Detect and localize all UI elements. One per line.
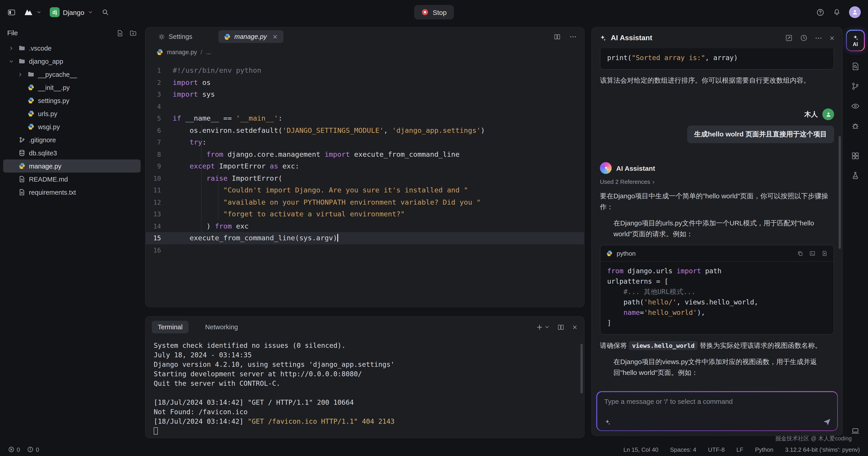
flask-icon[interactable] xyxy=(851,171,860,180)
assistant-message: AI Assistant Used 2 References › 要在Djang… xyxy=(600,162,834,378)
django-project-icon: dj xyxy=(50,7,60,17)
new-chat-icon[interactable] xyxy=(785,34,793,42)
error-count-value: 0 xyxy=(17,446,20,453)
user-message: 木人 生成hello wolrd 页面并且直接用于这个项目 xyxy=(600,108,834,143)
code-text: "available on your PYTHONPATH environmen… xyxy=(173,198,480,206)
new-file-icon[interactable] xyxy=(117,30,123,36)
breadcrumb-file[interactable]: manage.py xyxy=(167,48,197,55)
more-icon[interactable] xyxy=(815,34,822,42)
token: ) xyxy=(173,222,215,230)
tab-settings[interactable]: Settings xyxy=(153,30,198,43)
search-icon[interactable] xyxy=(101,8,109,16)
file-tree-item-settings-py[interactable]: settings.py xyxy=(3,94,141,107)
file-tree-item-requirements-txt[interactable]: requirements.txt xyxy=(3,186,141,199)
bug-icon[interactable] xyxy=(851,122,860,131)
insert-into-editor-icon[interactable] xyxy=(809,250,815,256)
status-item[interactable]: 3.12.2 64-bit ('shims': pyenv) xyxy=(785,446,860,453)
terminal-output[interactable]: System check identified no issues (0 sil… xyxy=(146,337,584,436)
status-item[interactable]: LF xyxy=(737,446,743,453)
close-terminal-icon[interactable] xyxy=(572,324,578,330)
error-count[interactable]: 0 xyxy=(8,446,20,453)
chevron-down-icon xyxy=(8,59,15,64)
token: 'hello_world' xyxy=(644,308,697,317)
person-icon xyxy=(825,111,832,118)
close-tab-icon[interactable] xyxy=(272,34,278,39)
user-avatar[interactable] xyxy=(849,6,861,18)
tab-terminal[interactable]: Terminal xyxy=(152,321,188,333)
copy-icon[interactable] xyxy=(797,250,803,256)
tab-networking[interactable]: Networking xyxy=(199,321,244,333)
text-caret xyxy=(337,234,338,242)
code-editor[interactable]: 1#!/usr/bin/env python2import os3import … xyxy=(146,58,584,256)
user-message-bubble: 生成hello wolrd 页面并且直接用于这个项目 xyxy=(687,126,834,143)
file-tree-item-db-sqlite3[interactable]: db.sqlite3 xyxy=(3,146,141,159)
toggle-left-panel-icon[interactable] xyxy=(7,8,16,17)
token xyxy=(173,174,206,183)
split-editor-icon[interactable] xyxy=(553,33,561,40)
eye-icon[interactable] xyxy=(851,102,860,111)
assistant-text: 在Django项目的views.py文件中添加对应的视图函数，用于生成并返回"h… xyxy=(600,356,834,378)
file-tree-item-pycache[interactable]: __pycache__ xyxy=(3,68,141,81)
notifications-bell-icon[interactable] xyxy=(833,8,841,16)
fleet-menu[interactable] xyxy=(24,8,41,16)
file-tree-item-urls-py[interactable]: urls.py xyxy=(3,107,141,120)
send-button[interactable] xyxy=(822,417,831,426)
git-branch-icon[interactable] xyxy=(851,82,860,91)
close-panel-icon[interactable] xyxy=(829,35,835,41)
code-line: 4 xyxy=(146,100,584,112)
token: "Sorted array is:" xyxy=(631,54,705,62)
breadcrumb-more[interactable]: ... xyxy=(206,48,211,55)
document-search-icon[interactable] xyxy=(851,62,860,71)
file-panel-header: File xyxy=(0,24,144,41)
status-item[interactable]: UTF-8 xyxy=(708,446,725,453)
user-name: 木人 xyxy=(804,110,818,119)
new-terminal-button[interactable] xyxy=(536,324,550,330)
code-line: 13 "forget to activate a virtual environ… xyxy=(146,208,584,220)
python-file-icon xyxy=(27,123,35,130)
line-number: 9 xyxy=(146,163,173,170)
grid-icon[interactable] xyxy=(851,151,860,160)
code-line: 5if __name__ == '__main__': xyxy=(146,112,584,125)
token: #... 其他URL模式... xyxy=(607,288,695,296)
workspace-selector[interactable]: dj Django xyxy=(50,7,93,17)
terminal-scrollbar[interactable] xyxy=(581,344,583,393)
file-tree-item-gitignore[interactable]: .gitignore xyxy=(3,133,141,146)
inline-code-chip: views.hello_world xyxy=(629,341,698,350)
file-tree-item-readme-md[interactable]: README.md xyxy=(3,172,141,186)
line-number: 3 xyxy=(146,91,173,98)
code-line: 3import sys xyxy=(146,89,584,100)
history-icon[interactable] xyxy=(800,34,808,42)
status-item[interactable]: Ln 15, Col 40 xyxy=(623,446,658,453)
token: System check identified no issues (0 sil… xyxy=(154,341,346,350)
chat-input[interactable] xyxy=(604,397,830,405)
file-tree-item-vscode[interactable]: .vscode xyxy=(3,41,141,55)
file-tree-item-manage-py[interactable]: manage.py xyxy=(3,159,141,172)
status-item[interactable]: Spaces: 4 xyxy=(670,446,696,453)
watermark-text: 掘金技术社区 @ 木人爱coding xyxy=(775,435,852,443)
python-file-icon xyxy=(18,163,26,169)
laptop-icon[interactable] xyxy=(851,426,860,435)
file-tree-item-wsgi-py[interactable]: wsgi.py xyxy=(3,120,141,133)
new-folder-icon[interactable] xyxy=(130,30,136,36)
terminal-line xyxy=(154,388,584,398)
code-text: import sys xyxy=(173,91,215,99)
open-in-new-file-icon[interactable] xyxy=(822,250,828,256)
references-toggle[interactable]: Used 2 References › xyxy=(600,178,834,185)
chevron-right-icon: › xyxy=(653,178,655,185)
split-terminal-icon[interactable] xyxy=(557,323,565,331)
help-icon[interactable] xyxy=(816,8,825,17)
ai-assistant-button[interactable]: AI xyxy=(846,30,865,51)
file-tree-item-init-py[interactable]: __init__.py xyxy=(3,81,141,94)
sparkle-icon xyxy=(604,419,611,425)
stop-button[interactable]: Stop xyxy=(414,5,454,20)
chat-scrollbar[interactable] xyxy=(839,136,841,249)
text: 替换为实际处理该请求的视图函数名称。 xyxy=(698,341,822,349)
file-tree-item-django-app[interactable]: django_app xyxy=(3,55,141,68)
warning-count[interactable]: 0 xyxy=(27,446,39,453)
more-icon[interactable] xyxy=(569,33,577,40)
status-item[interactable]: Python xyxy=(755,446,773,453)
file-name: requirements.txt xyxy=(29,189,76,196)
token: , xyxy=(383,127,392,135)
token: : xyxy=(202,138,207,146)
tab-manage-py[interactable]: manage.py xyxy=(219,30,284,43)
